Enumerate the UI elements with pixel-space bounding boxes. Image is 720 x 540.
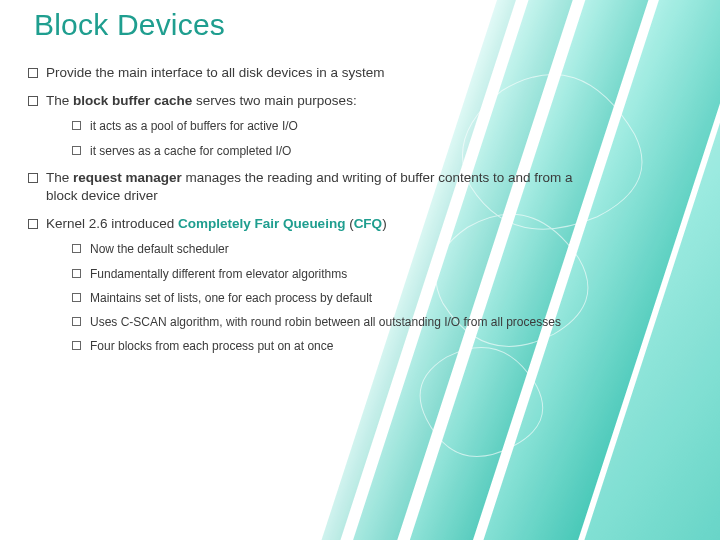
bullet-4-sub-1: Now the default scheduler	[70, 241, 584, 257]
text-fragment: (	[345, 216, 353, 231]
text-fragment: The	[46, 93, 73, 108]
emphasis-cfq-abbr: CFQ	[354, 216, 383, 231]
text-fragment: serves two main purposes:	[192, 93, 356, 108]
bullet-2-sub-1: it acts as a pool of buffers for active …	[70, 118, 584, 134]
emphasis-cfq-name: Completely Fair Queueing	[178, 216, 345, 231]
bullet-2-sub-2: it serves as a cache for completed I/O	[70, 143, 584, 159]
text-fragment: Kernel 2.6 introduced	[46, 216, 178, 231]
bullet-3: The request manager manages the reading …	[24, 169, 584, 205]
bullet-4-sub-5: Four blocks from each process put on at …	[70, 338, 584, 354]
bullet-4: Kernel 2.6 introduced Completely Fair Qu…	[24, 215, 584, 354]
bullet-2: The block buffer cache serves two main p…	[24, 92, 584, 159]
slide-body: Provide the main interface to all disk d…	[24, 64, 584, 364]
bullet-1: Provide the main interface to all disk d…	[24, 64, 584, 82]
emphasis-request-manager: request manager	[73, 170, 182, 185]
text-fragment: The	[46, 170, 73, 185]
text-fragment: )	[382, 216, 387, 231]
emphasis-block-buffer-cache: block buffer cache	[73, 93, 192, 108]
bullet-4-sub-3: Maintains set of lists, one for each pro…	[70, 290, 584, 306]
bullet-4-sub-4: Uses C-SCAN algorithm, with round robin …	[70, 314, 584, 330]
slide-title: Block Devices	[34, 8, 225, 42]
bullet-4-sub-2: Fundamentally different from elevator al…	[70, 266, 584, 282]
